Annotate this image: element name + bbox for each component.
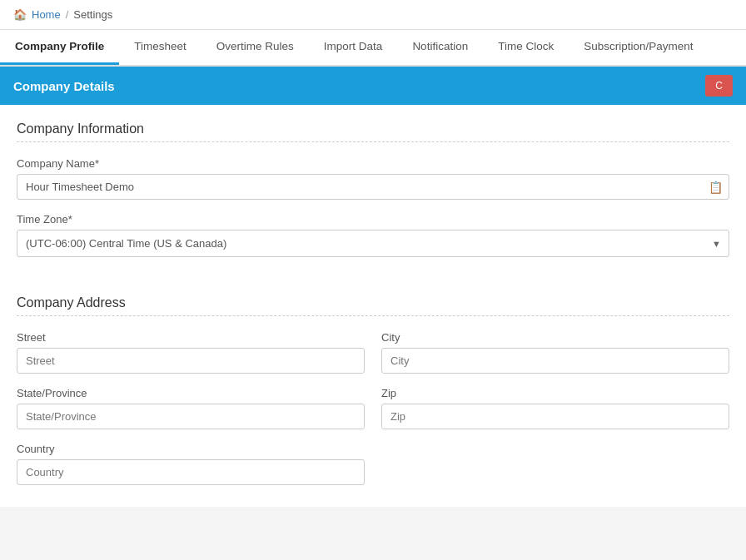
street-col: Street [17, 331, 365, 387]
company-name-label: Company Name* [17, 157, 729, 170]
tab-overtime-rules[interactable]: Overtime Rules [201, 30, 309, 65]
section-header-title: Company Details [13, 79, 115, 93]
timezone-select[interactable]: (UTC-06:00) Central Time (US & Canada) (… [17, 230, 729, 257]
tabs-bar: Company Profile Timesheet Overtime Rules… [0, 30, 746, 67]
company-address-title: Company Address [17, 295, 729, 310]
home-icon: 🏠 [13, 8, 27, 21]
company-name-group: Company Name* 📋 [17, 157, 729, 200]
street-city-row: Street City [17, 331, 729, 387]
zip-col: Zip [381, 387, 729, 443]
tab-company-profile[interactable]: Company Profile [0, 30, 119, 65]
country-label: Country [17, 443, 365, 455]
company-name-input[interactable] [17, 174, 729, 200]
country-group: Country [17, 443, 365, 485]
city-input[interactable] [381, 348, 729, 374]
city-col: City [381, 331, 729, 387]
zip-input[interactable] [381, 404, 729, 429]
state-label: State/Province [17, 387, 365, 399]
company-information-title: Company Information [17, 121, 729, 136]
city-group: City [381, 331, 729, 374]
breadcrumb-home[interactable]: Home [32, 8, 61, 21]
section-header: Company Details C [0, 67, 746, 105]
city-label: City [381, 331, 729, 344]
street-label: Street [17, 331, 365, 344]
company-information-section: Company Information Company Name* 📋 Time… [0, 105, 746, 279]
state-input[interactable] [17, 404, 365, 429]
street-group: Street [17, 331, 365, 374]
country-input[interactable] [17, 459, 365, 485]
country-row: Country [17, 443, 729, 498]
tab-timesheet[interactable]: Timesheet [119, 30, 201, 65]
content-area: Company Details C Company Information Co… [0, 67, 746, 507]
tab-notification[interactable]: Notification [397, 30, 483, 65]
calendar-icon: 📋 [709, 181, 723, 194]
address-section-divider [17, 315, 729, 316]
state-zip-row: State/Province Zip [17, 387, 729, 443]
breadcrumb-current: Settings [73, 8, 112, 21]
timezone-select-wrapper: (UTC-06:00) Central Time (US & Canada) (… [17, 230, 729, 257]
country-col: Country [17, 443, 365, 498]
state-group: State/Province [17, 387, 365, 429]
zip-label: Zip [381, 387, 729, 399]
country-empty-col [381, 443, 729, 498]
company-name-input-wrapper: 📋 [17, 174, 729, 200]
tab-time-clock[interactable]: Time Clock [483, 30, 569, 65]
section-divider [17, 141, 729, 142]
zip-group: Zip [381, 387, 729, 429]
breadcrumb: 🏠 Home / Settings [0, 0, 746, 30]
timezone-group: Time Zone* (UTC-06:00) Central Time (US … [17, 213, 729, 257]
street-input[interactable] [17, 348, 365, 374]
state-col: State/Province [17, 387, 365, 443]
tab-subscription-payment[interactable]: Subscription/Payment [569, 30, 708, 65]
breadcrumb-separator: / [66, 8, 69, 21]
section-header-button[interactable]: C [705, 75, 733, 97]
company-address-section: Company Address Street City State/Pr [0, 279, 746, 507]
timezone-label: Time Zone* [17, 213, 729, 225]
tab-import-data[interactable]: Import Data [309, 30, 398, 65]
